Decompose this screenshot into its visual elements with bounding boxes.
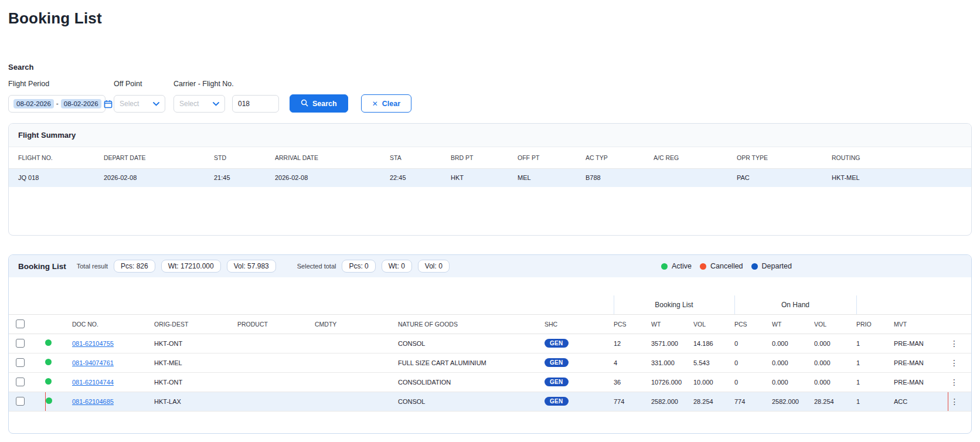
flight-no-input[interactable] [232,95,279,113]
calendar-icon[interactable] [104,100,113,108]
bl-column-header: WT [651,314,693,334]
mvt-cell: PRE-MAN [894,353,948,372]
table-row: 081-62104744HKT-ONTCONSOLIDATIONGEN36107… [9,372,971,392]
date-to-chip[interactable]: 08-02-2026 [61,99,101,108]
booking-list-panel: Booking List Total result Pcs: 826 Wt: 1… [8,254,972,434]
date-separator: - [56,100,59,108]
search-button[interactable]: Search [290,94,348,113]
row-checkbox[interactable] [16,378,25,386]
oh_wt-cell: 0.000 [772,353,814,372]
orig-dest-cell: HKT-MEL [154,353,237,372]
bl-column-header: PRIO [856,314,894,334]
column-header-row: DOC NO.ORIG-DESTPRODUCTCMDTYNATURE OF GO… [9,314,971,334]
bk_wt-cell: 331.000 [651,353,693,372]
fs-cell: 22:45 [390,168,451,187]
oh_vol-cell: 28.254 [814,392,856,411]
bk_pcs-cell: 774 [614,392,651,411]
doc-no-link[interactable]: 081-62104755 [72,340,114,347]
clear-button[interactable]: ✕ Clear [361,94,411,113]
status-dot-active [45,378,52,385]
doc-no-link[interactable]: 081-62104744 [72,379,114,386]
row-menu-kebab[interactable]: ⋮ [948,378,961,387]
prio-cell: 1 [856,372,894,392]
oh_wt-cell: 0.000 [772,334,814,353]
fs-column-header: STD [214,147,275,168]
carrier-placeholder: Select [179,100,199,108]
chevron-down-icon [153,100,159,108]
bl-column-header: MVT [894,314,948,334]
row-checkbox[interactable] [16,339,25,348]
fs-column-header: ARRIVAL DATE [275,147,390,168]
oh_pcs-cell: 0 [734,353,772,372]
cmdty-cell [315,353,398,372]
row-menu-kebab[interactable]: ⋮ [948,339,961,348]
doc-no-link[interactable]: 081-62104685 [72,398,114,405]
fs-column-header: BRD PT [451,147,518,168]
bk_pcs-cell: 36 [614,372,651,392]
bk_vol-cell: 10.000 [693,372,734,392]
oh_pcs-cell: 0 [734,372,772,392]
row-checkbox[interactable] [16,397,25,406]
flight-summary-row[interactable]: JQ 0182026-02-0821:452026-02-0822:45HKTM… [9,168,971,187]
shc-badge: GEN [545,339,569,348]
clear-button-label: Clear [382,100,400,108]
search-section-label: Search [8,63,972,72]
fs-cell: 2026-02-08 [104,168,214,187]
bl-column-header: ORIG-DEST [154,314,237,334]
prio-cell: 1 [856,353,894,372]
fs-cell: PAC [737,168,832,187]
row-checkbox[interactable] [16,358,25,367]
date-from-chip[interactable]: 08-02-2026 [13,99,54,108]
mvt-cell: PRE-MAN [894,334,948,353]
bl-column-header: WT [772,314,814,334]
group-header-onhand: On Hand [734,295,856,314]
oh_wt-cell: 2582.000 [772,392,814,411]
off-point-select[interactable]: Select [114,95,165,113]
selected-total-label: Selected total [297,263,336,270]
oh_pcs-cell: 0 [734,334,772,353]
prio-cell: 1 [856,392,894,411]
bk_vol-cell: 5.543 [693,353,734,372]
fs-column-header: STA [390,147,451,168]
total-vol-badge: Vol: 57.983 [227,260,276,273]
table-row: 081-94074761HKT-MELFULL SIZE CART ALUMIN… [9,353,971,372]
flight-period-input[interactable]: 08-02-2026 - 08-02-2026 [8,95,106,113]
fs-column-header: DEPART DATE [104,147,214,168]
total-result-label: Total result [77,263,108,270]
bl-column-header: PRODUCT [237,314,315,334]
fs-cell: B788 [586,168,654,187]
doc-no-link[interactable]: 081-94074761 [72,359,114,366]
booking-list-title: Booking List [18,262,66,271]
carrier-flight-label: Carrier - Flight No. [173,80,279,88]
product-cell [237,372,315,392]
fs-column-header: OFF PT [518,147,586,168]
carrier-select[interactable]: Select [173,95,225,113]
nature-of-goods-cell: CONSOLIDATION [398,372,545,392]
oh_vol-cell: 0.000 [814,372,856,392]
legend-label: Departed [762,262,792,270]
legend-dot-active [661,263,668,270]
shc-badge: GEN [545,397,569,406]
row-menu-kebab[interactable]: ⋮ [948,397,961,406]
bk_vol-cell: 28.254 [693,392,734,411]
shc-badge: GEN [545,378,569,386]
status-legend: ActiveCancelledDeparted [661,262,792,270]
booking-table: Booking List On Hand DOC NO.ORIG-DESTPRO… [9,295,971,412]
bl-column-header: VOL [814,314,856,334]
group-header-row: Booking List On Hand [9,295,971,314]
bk_wt-cell: 10726.000 [651,372,693,392]
legend-cancelled: Cancelled [700,262,743,270]
bl-column-header: PCS [734,314,772,334]
flight-period-label: Flight Period [8,80,106,88]
oh_vol-cell: 0.000 [814,334,856,353]
mvt-cell: ACC [894,392,948,411]
nature-of-goods-cell: CONSOL [398,392,545,411]
bl-column-header: PCS [614,314,651,334]
group-header-booking: Booking List [614,295,734,314]
prio-cell: 1 [856,334,894,353]
row-menu-kebab[interactable]: ⋮ [948,358,961,368]
off-point-label: Off Point [114,80,165,88]
orig-dest-cell: HKT-ONT [154,334,237,353]
select-all-checkbox[interactable] [16,319,25,328]
table-row: 081-62104755HKT-ONTCONSOLGEN123571.00014… [9,334,971,353]
